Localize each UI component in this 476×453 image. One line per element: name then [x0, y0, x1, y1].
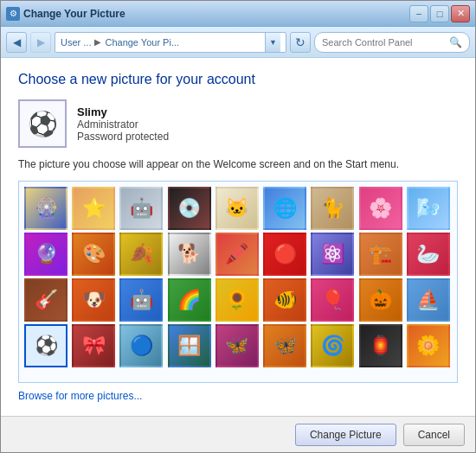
picture-item-colorful[interactable]: 🌈	[168, 278, 211, 322]
picture-item-spiral[interactable]: 🌀	[311, 324, 354, 367]
address-part-2: Change Your Pi...	[105, 37, 179, 48]
main-content: Choose a new picture for your account ⚽ …	[1, 58, 475, 416]
picture-item-molecular[interactable]: ⚛️	[311, 233, 354, 276]
user-status: Password protected	[77, 131, 169, 143]
search-input[interactable]	[322, 37, 446, 48]
picture-item-pumpkin[interactable]: 🎃	[359, 278, 402, 322]
picture-item-stairs[interactable]: 🏗️	[359, 233, 402, 276]
title-bar-left: ⚙ Change Your Picture	[6, 7, 125, 21]
forward-button[interactable]: ▶	[30, 32, 51, 53]
address-separator-1: ▶	[94, 37, 101, 47]
address-part-1: User ...	[61, 37, 91, 48]
title-bar: ⚙ Change Your Picture − □ ✕	[1, 1, 475, 27]
picture-item-soccer[interactable]: ⚽	[24, 324, 68, 367]
picture-item-toybox[interactable]: 🤖	[119, 278, 163, 322]
toolbar: ◀ ▶ User ... ▶ Change Your Pi... ▼ ↻ 🔍	[1, 27, 475, 58]
picture-item-starfish[interactable]: ⭐	[72, 187, 115, 230]
window-icon: ⚙	[6, 7, 20, 21]
picture-item-gerbera[interactable]: 🌼	[407, 324, 450, 367]
picture-item-windmill[interactable]: 🌬️	[407, 187, 450, 230]
window: ⚙ Change Your Picture − □ ✕ ◀ ▶ User ...…	[0, 0, 476, 453]
picture-item-fabric[interactable]: 🎀	[72, 324, 115, 367]
close-button[interactable]: ✕	[451, 5, 470, 22]
picture-item-fish[interactable]: 🐠	[263, 278, 306, 322]
picture-item-record[interactable]: 💿	[168, 187, 211, 230]
picture-item-stripes[interactable]: 🎨	[72, 233, 115, 276]
user-role: Administrator	[77, 118, 169, 131]
picture-item-kitten[interactable]: 🐈	[311, 187, 354, 230]
picture-item-ball[interactable]: 🔮	[24, 233, 68, 276]
refresh-button[interactable]: ↻	[290, 32, 311, 53]
user-info: ⚽ Slimy Administrator Password protected	[18, 99, 458, 148]
picture-item-cat[interactable]: 🐱	[215, 187, 259, 230]
picture-item-sunflower[interactable]: 🌻	[215, 278, 259, 322]
picture-item-red[interactable]: 🔴	[263, 233, 306, 276]
minimize-button[interactable]: −	[409, 5, 428, 22]
address-dropdown[interactable]: ▼	[265, 33, 280, 52]
picture-item-leaf[interactable]: 🍂	[119, 233, 163, 276]
bottom-bar: Change Picture Cancel	[1, 416, 475, 452]
picture-item-butterfly[interactable]: 🦋	[215, 324, 259, 367]
picture-item-robot[interactable]: 🤖	[119, 187, 163, 230]
cancel-button[interactable]: Cancel	[403, 424, 465, 446]
title-bar-controls: − □ ✕	[409, 5, 470, 22]
picture-item-marbles[interactable]: 🔵	[119, 324, 163, 367]
picture-item-ferriswheel[interactable]: 🎡	[24, 187, 68, 230]
picture-item-origami[interactable]: 🦢	[407, 233, 450, 276]
change-picture-button[interactable]: Change Picture	[295, 424, 396, 446]
picture-item-monarch[interactable]: 🦋	[263, 324, 306, 367]
window-title: Change Your Picture	[23, 8, 125, 20]
picture-item-crayons[interactable]: 🖍️	[215, 233, 259, 276]
search-box[interactable]: 🔍	[314, 32, 470, 53]
picture-item-flower[interactable]: 🌸	[359, 187, 402, 230]
browse-link[interactable]: Browse for more pictures...	[18, 390, 458, 402]
description: The picture you choose will appear on th…	[18, 158, 458, 170]
picture-item-sailboat[interactable]: ⛵	[407, 278, 450, 322]
picture-item-lantern[interactable]: 🏮	[359, 324, 402, 367]
picture-grid: 🎡⭐🤖💿🐱🌐🐈🌸🌬️🔮🎨🍂🐕🖍️🔴⚛️🏗️🦢🎸🐶🤖🌈🌻🐠🎈🎃⛵⚽🎀🔵🪟🦋🦋🌀🏮🌼	[24, 187, 452, 367]
picture-item-pom[interactable]: 🐶	[72, 278, 115, 322]
avatar: ⚽	[18, 99, 67, 148]
back-button[interactable]: ◀	[6, 32, 27, 53]
page-title: Choose a new picture for your account	[18, 72, 458, 87]
search-icon[interactable]: 🔍	[449, 36, 462, 48]
picture-item-globe[interactable]: 🌐	[263, 187, 306, 230]
picture-item-balloon[interactable]: 🎈	[311, 278, 354, 322]
picture-item-dog[interactable]: 🐕	[168, 233, 211, 276]
picture-grid-container: 🎡⭐🤖💿🐱🌐🐈🌸🌬️🔮🎨🍂🐕🖍️🔴⚛️🏗️🦢🎸🐶🤖🌈🌻🐠🎈🎃⛵⚽🎀🔵🪟🦋🦋🌀🏮🌼	[18, 181, 458, 383]
picture-item-window[interactable]: 🪟	[168, 324, 211, 367]
maximize-button[interactable]: □	[430, 5, 449, 22]
user-name: Slimy	[77, 105, 169, 118]
user-details: Slimy Administrator Password protected	[77, 105, 169, 143]
picture-item-guitar[interactable]: 🎸	[24, 278, 68, 322]
address-bar[interactable]: User ... ▶ Change Your Pi... ▼	[55, 32, 286, 53]
